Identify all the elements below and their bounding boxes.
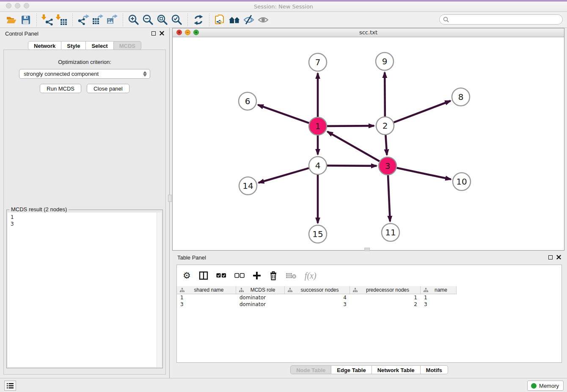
edge-1-2[interactable] — [327, 126, 374, 126]
save-session-icon[interactable] — [19, 14, 33, 26]
show-all-icon[interactable] — [256, 14, 270, 26]
table-body: 1dominator4113dominator323 — [177, 294, 561, 308]
close-panel-button[interactable]: Close panel — [87, 84, 129, 93]
hide-selected-icon[interactable] — [242, 14, 256, 26]
frame-close-icon[interactable]: × — [176, 30, 182, 35]
toolbar-separator — [36, 14, 37, 26]
app-window: Session: New Session — [0, 0, 567, 392]
add-column-icon[interactable] — [253, 270, 261, 281]
select-all-icon[interactable] — [216, 270, 226, 281]
table-panel: Table Panel ⚙ — [171, 252, 567, 378]
zoom-selected-icon[interactable] — [170, 14, 184, 26]
edge-3-10[interactable] — [397, 168, 451, 179]
mcds-pane: Optimization criterion: strongly connect… — [3, 50, 166, 375]
edge-4-14[interactable] — [259, 168, 309, 183]
toolbar-separator — [209, 14, 209, 26]
refresh-view-icon[interactable] — [191, 14, 206, 26]
column-header-shared-name[interactable]: shared name — [177, 286, 236, 294]
tab-network[interactable]: Network — [28, 41, 61, 50]
export-table-icon[interactable] — [91, 14, 105, 26]
result-scrollbar[interactable] — [157, 213, 162, 367]
tab-select[interactable]: Select — [86, 41, 113, 50]
edge-4-3[interactable] — [327, 166, 377, 166]
float-panel-icon[interactable] — [151, 31, 156, 36]
export-network-icon[interactable] — [76, 14, 91, 26]
edge-2-3[interactable] — [385, 135, 387, 155]
window-title: Session: New Session — [0, 3, 567, 10]
tab-network-table[interactable]: Network Table — [372, 365, 421, 374]
network-title: scc.txt — [173, 28, 564, 37]
clone-network-icon[interactable] — [213, 14, 227, 26]
frame-zoom-icon[interactable]: + — [193, 30, 199, 35]
accent-strip — [0, 0, 567, 2]
export-image-icon[interactable] — [105, 14, 119, 26]
memory-status-icon — [531, 383, 537, 389]
table-cell[interactable]: 1 — [177, 295, 236, 301]
graph-node-label-15: 15 — [312, 229, 323, 239]
edge-3-1[interactable] — [328, 132, 380, 161]
node-table-box: ⚙ f(x) — [176, 265, 562, 363]
node-table: shared nameMCDS rolesuccessor nodesprede… — [177, 286, 561, 308]
criterion-select[interactable]: strongly connected component — [19, 69, 150, 79]
zoom-out-icon[interactable] — [141, 14, 155, 26]
edge-1-6[interactable] — [258, 105, 309, 123]
task-history-button[interactable] — [4, 381, 16, 391]
column-header-successor-nodes[interactable]: successor nodes — [285, 286, 350, 294]
table-cell[interactable]: 3 — [421, 301, 457, 307]
float-table-panel-icon[interactable] — [548, 255, 553, 259]
tab-style[interactable]: Style — [61, 41, 86, 50]
column-view-icon[interactable] — [199, 270, 208, 281]
search-input[interactable] — [439, 14, 563, 25]
delete-column-icon[interactable] — [269, 270, 278, 281]
table-cell[interactable]: 3 — [177, 301, 236, 307]
table-settings-icon[interactable]: ⚙ — [183, 270, 191, 281]
table-split-handle[interactable] — [364, 248, 370, 251]
column-header-MCDS-role[interactable]: MCDS role — [236, 286, 285, 294]
control-panel-tabs: NetworkStyleSelectMCDS — [28, 41, 141, 50]
table-header-row: shared nameMCDS rolesuccessor nodesprede… — [177, 286, 561, 294]
run-mcds-button[interactable]: Run MCDS — [40, 84, 81, 93]
mcds-result-list[interactable]: 1 3 — [8, 213, 162, 227]
graph-node-label-3: 3 — [385, 161, 391, 171]
table-cell[interactable]: 2 — [350, 301, 421, 307]
table-row[interactable]: 1dominator411 — [177, 294, 561, 301]
table-toolbar: ⚙ f(x) — [177, 265, 561, 286]
control-panel: Control Panel NetworkStyleSelectMCDS Opt… — [0, 28, 169, 378]
table-cell[interactable]: 3 — [285, 301, 350, 307]
divider-handle[interactable] — [168, 195, 172, 202]
optimization-criterion-label: Optimization criterion: — [4, 59, 165, 65]
table-cell[interactable]: 1 — [421, 295, 457, 301]
column-header-predecessor-nodes[interactable]: predecessor nodes — [350, 286, 421, 294]
table-row[interactable]: 3dominator323 — [177, 301, 561, 308]
tab-node-table[interactable]: Node Table — [290, 365, 331, 374]
table-cell[interactable]: dominator — [236, 301, 285, 307]
memory-button[interactable]: Memory — [527, 381, 564, 391]
home-icon[interactable] — [227, 14, 242, 26]
tab-edge-table[interactable]: Edge Table — [331, 365, 372, 374]
zoom-in-icon[interactable] — [127, 14, 141, 26]
close-panel-icon[interactable] — [160, 30, 164, 37]
import-network-icon[interactable] — [40, 14, 55, 26]
edge-2-9[interactable] — [385, 72, 385, 116]
table-cell[interactable]: 4 — [285, 295, 350, 301]
frame-minimize-icon[interactable]: − — [185, 30, 190, 35]
import-table-icon[interactable] — [55, 14, 69, 26]
column-header-name[interactable]: name — [421, 286, 457, 294]
open-session-icon[interactable] — [4, 14, 19, 26]
edge-2-8[interactable] — [394, 101, 451, 122]
table-cell[interactable]: dominator — [236, 295, 285, 301]
window-titlebar: Session: New Session — [0, 0, 567, 12]
edge-3-11[interactable] — [388, 175, 390, 221]
network-graph[interactable]: 7968124314101511 — [173, 37, 564, 250]
search-field-wrap — [439, 14, 563, 25]
network-frame-titlebar[interactable]: × − + scc.txt — [173, 28, 564, 37]
network-canvas[interactable]: 7968124314101511 — [173, 37, 564, 250]
graph-node-label-2: 2 — [383, 121, 388, 131]
table-cell[interactable]: 1 — [350, 295, 421, 301]
tab-mcds[interactable]: MCDS — [114, 41, 141, 50]
zoom-fit-icon[interactable] — [155, 14, 170, 26]
graph-node-label-7: 7 — [315, 57, 321, 67]
close-table-panel-icon[interactable] — [556, 254, 561, 261]
deselect-all-icon[interactable] — [234, 270, 245, 281]
tab-motifs[interactable]: Motifs — [421, 365, 448, 374]
